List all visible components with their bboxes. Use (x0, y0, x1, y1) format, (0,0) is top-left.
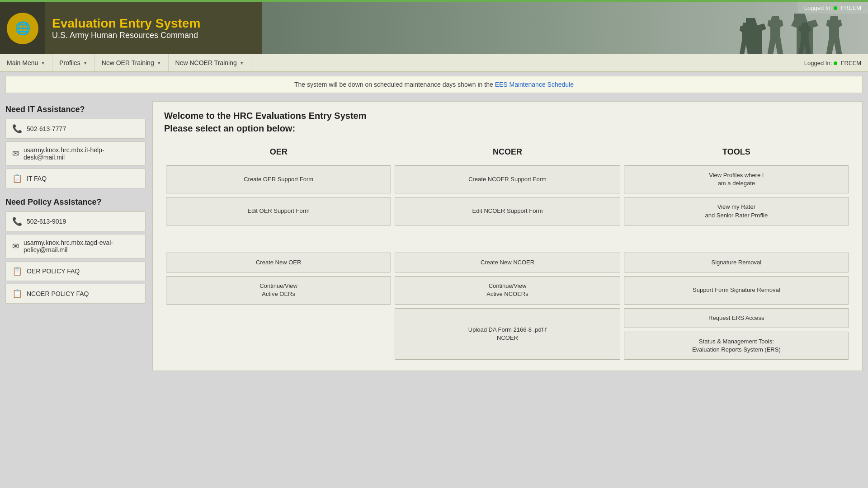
doc-icon-oer-policy: 📋 (12, 266, 22, 276)
main-layout: Need IT Assistance? 📞 502-613-7777 ✉ usa… (0, 97, 868, 375)
navbar: Main Menu ▼ Profiles ▼ New OER Training … (0, 54, 868, 72)
phone-icon-policy: 📞 (12, 216, 22, 226)
view-rater-profile-button[interactable]: View my Raterand Senior Rater Profile (624, 197, 849, 225)
announcement-text: The system will be down on scheduled mai… (294, 81, 495, 88)
nav-new-oer-training-label: New OER Training (102, 59, 154, 66)
silhouette-figure-2 (764, 16, 787, 54)
header-logo-container: 🌐 (0, 2, 45, 54)
silhouette-figure-4 (823, 16, 845, 54)
logged-in-bar: Logged In: FREEM (797, 2, 868, 14)
app-subtitle: U.S. Army Human Resources Command (52, 31, 255, 40)
it-email-address: usarmy.knox.hrc.mbx.it-help-desk@mail.mi… (24, 146, 139, 161)
main-content: Welcome to the HRC Evaluations Entry Sys… (152, 101, 863, 371)
nav-profiles-arrow: ▼ (83, 61, 88, 66)
army-globe-icon: 🌐 (7, 13, 38, 44)
create-new-ncoer-button[interactable]: Create New NCOER (395, 253, 620, 272)
nav-new-oer-training-arrow: ▼ (157, 61, 161, 66)
navbar-right: Logged In: FREEM (804, 60, 868, 66)
logged-in-right-label: Logged In: (804, 60, 832, 66)
it-phone-number: 502-613-7777 (27, 125, 66, 132)
continue-view-active-oers-button[interactable]: Continue/ViewActive OERs (166, 276, 391, 304)
nav-new-oer-training[interactable]: New OER Training ▼ (95, 54, 169, 71)
policy-section-title: Need Policy Assistance? (5, 197, 146, 207)
policy-email-address: usarmy.knox.hrc.mbx.tagd-eval-policy@mai… (24, 239, 139, 253)
create-ncoer-support-form-button[interactable]: Create NCOER Support Form (395, 165, 620, 193)
it-faq-item[interactable]: 📋 IT FAQ (5, 169, 146, 188)
header-title-block: Evaluation Entry System U.S. Army Human … (45, 2, 262, 54)
logged-in-user: FREEM (841, 5, 862, 11)
upload-da-form-button[interactable]: Upload DA Form 2166-8 .pdf-fNCOER (395, 308, 620, 360)
email-icon: ✉ (12, 149, 19, 159)
ncoer-column-header: NCOER (393, 143, 622, 164)
announcement-bar: The system will be down on scheduled mai… (5, 76, 863, 93)
ncoer-policy-faq-item[interactable]: 📋 NCOER POLICY FAQ (5, 284, 146, 304)
continue-view-active-ncoers-button[interactable]: Continue/ViewActive NCOERs (395, 276, 620, 304)
support-form-signature-removal-button[interactable]: Support Form Signature Removal (624, 276, 849, 304)
it-phone-item[interactable]: 📞 502-613-7777 (5, 119, 146, 139)
policy-phone-number: 502-613-9019 (27, 218, 66, 225)
silhouette-figure-1 (737, 23, 755, 54)
nav-main-menu-arrow: ▼ (41, 61, 45, 66)
nav-profiles[interactable]: Profiles ▼ (52, 54, 95, 71)
doc-icon-ncoer-policy: 📋 (12, 289, 22, 299)
nav-new-ncoer-training-label: New NCOER Training (175, 59, 237, 66)
logged-in-indicator (834, 6, 837, 10)
policy-phone-item[interactable]: 📞 502-613-9019 (5, 211, 146, 231)
logged-in-right-dot (834, 61, 837, 65)
policy-email-item[interactable]: ✉ usarmy.knox.hrc.mbx.tagd-eval-policy@m… (5, 234, 146, 258)
app-title: Evaluation Entry System (52, 16, 255, 31)
ncoer-policy-faq-label: NCOER POLICY FAQ (27, 290, 89, 297)
oer-policy-faq-item[interactable]: 📋 OER POLICY FAQ (5, 261, 146, 281)
edit-ncoer-support-form-button[interactable]: Edit NCOER Support Form (395, 197, 620, 225)
logged-in-label: Logged In: (804, 5, 832, 11)
it-section-title: Need IT Assistance? (5, 105, 146, 114)
logged-in-right-user: FREEM (841, 60, 862, 66)
oer-column-header: OER (164, 143, 393, 164)
sidebar: Need IT Assistance? 📞 502-613-7777 ✉ usa… (5, 101, 146, 371)
silhouette-figure-3 (796, 23, 814, 54)
header-silhouette (262, 2, 868, 54)
status-management-tools-button[interactable]: Status & Management Tools:Evaluation Rep… (624, 332, 849, 360)
content-subtitle: Please select an option below: (164, 123, 851, 134)
ees-maintenance-link[interactable]: EES Maintenance Schedule (495, 81, 574, 88)
request-ers-access-button[interactable]: Request ERS Access (624, 308, 849, 328)
email-icon-policy: ✉ (12, 241, 19, 251)
it-faq-label: IT FAQ (27, 175, 47, 182)
tools-column-header: TOOLS (622, 143, 851, 164)
silhouette-figures (737, 16, 845, 54)
header: 🌐 Evaluation Entry System U.S. Army Huma… (0, 2, 868, 54)
create-oer-support-form-button[interactable]: Create OER Support Form (166, 165, 391, 193)
it-email-item[interactable]: ✉ usarmy.knox.hrc.mbx.it-help-desk@mail.… (5, 141, 146, 166)
nav-main-menu[interactable]: Main Menu ▼ (0, 54, 52, 71)
nav-profiles-label: Profiles (59, 59, 80, 66)
nav-new-ncoer-training-arrow: ▼ (240, 61, 244, 66)
phone-icon: 📞 (12, 124, 22, 134)
nav-new-ncoer-training[interactable]: New NCOER Training ▼ (169, 54, 251, 71)
doc-icon-it: 📋 (12, 174, 22, 183)
create-new-oer-button[interactable]: Create New OER (166, 253, 391, 272)
nav-main-menu-label: Main Menu (7, 59, 38, 66)
content-title: Welcome to the HRC Evaluations Entry Sys… (164, 111, 851, 121)
oer-policy-faq-label: OER POLICY FAQ (27, 267, 80, 275)
view-profiles-delegate-button[interactable]: View Profiles where Iam a delegate (624, 165, 849, 193)
signature-removal-button[interactable]: Signature Removal (624, 253, 849, 272)
button-grid: OER NCOER TOOLS Create OER Support Form … (164, 143, 851, 361)
edit-oer-support-form-button[interactable]: Edit OER Support Form (166, 197, 391, 225)
